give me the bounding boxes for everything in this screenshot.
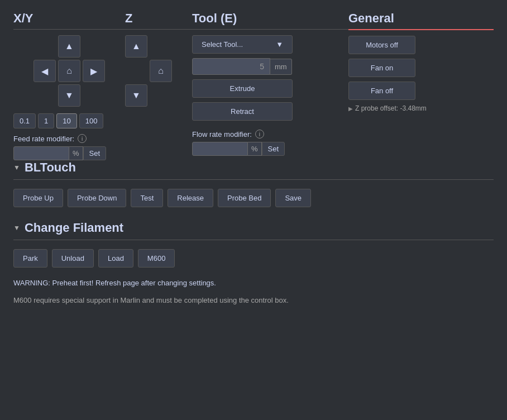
m600-button[interactable]: M600 <box>138 249 175 268</box>
mm-unit: mm <box>270 59 292 75</box>
probe-up-button[interactable]: Probe Up <box>13 189 63 207</box>
step-10[interactable]: 10 <box>56 113 76 128</box>
xy-section-title: X/Y <box>13 11 125 30</box>
fan-on-button[interactable]: Fan on <box>348 59 415 77</box>
flow-rate-input-group: % Set <box>192 142 348 156</box>
probe-bed-button[interactable]: Probe Bed <box>218 189 271 207</box>
feed-rate-set-button[interactable]: Set <box>83 146 107 160</box>
feed-rate-percent: % <box>69 146 83 160</box>
load-button[interactable]: Load <box>98 249 133 268</box>
flow-rate-input[interactable] <box>192 142 248 156</box>
change-filament-section: ▼ Change Filament Park Unload Load M600 … <box>13 221 494 307</box>
xy-home-button[interactable]: ⌂ <box>58 60 80 82</box>
xy-arrows: ▲ ◀ ⌂ ▶ ▼ <box>13 35 125 107</box>
feed-rate-label: Feed rate modifier: i <box>13 134 125 143</box>
bltouch-title: BLTouch <box>25 160 76 175</box>
tool-section-title: Tool (E) <box>192 11 348 30</box>
filament-buttons: Park Unload Load M600 <box>13 249 494 268</box>
step-1[interactable]: 1 <box>38 113 54 128</box>
flow-rate-info-icon[interactable]: i <box>255 130 264 139</box>
retract-button[interactable]: Retract <box>192 102 293 121</box>
z-down-button[interactable]: ▼ <box>125 84 147 107</box>
fan-off-button[interactable]: Fan off <box>348 82 415 100</box>
bltouch-header[interactable]: ▼ BLTouch <box>13 160 494 180</box>
z-probe-info: ▶ Z probe offset: -3.48mm <box>348 104 494 112</box>
unload-button[interactable]: Unload <box>52 249 94 268</box>
bltouch-buttons: Probe Up Probe Down Test Release Probe B… <box>13 189 494 207</box>
general-section-title: General <box>348 11 494 30</box>
feed-rate-info-icon[interactable]: i <box>78 134 87 143</box>
park-button[interactable]: Park <box>13 249 47 268</box>
select-tool-button[interactable]: Select Tool... ▼ <box>192 35 293 54</box>
z-probe-triangle-icon: ▶ <box>348 106 353 112</box>
extrude-button[interactable]: Extrude <box>192 79 293 98</box>
probe-down-button[interactable]: Probe Down <box>68 189 127 207</box>
change-filament-header[interactable]: ▼ Change Filament <box>13 221 494 240</box>
mm-input[interactable] <box>192 58 270 75</box>
feed-rate-input[interactable] <box>13 146 69 160</box>
xy-up-button[interactable]: ▲ <box>58 35 80 58</box>
flow-rate-label: Flow rate modifier: i <box>192 130 348 139</box>
z-arrows: ▲ ⌂ ▼ <box>125 35 192 107</box>
motors-off-button[interactable]: Motors off <box>348 36 415 54</box>
z-section-title: Z <box>125 11 192 30</box>
flow-rate-percent: % <box>248 142 262 156</box>
mm-input-group: mm <box>192 58 348 75</box>
bltouch-collapse-icon: ▼ <box>13 164 20 171</box>
xy-right-button[interactable]: ▶ <box>83 60 105 82</box>
z-up-button[interactable]: ▲ <box>125 35 147 58</box>
step-01[interactable]: 0.1 <box>13 113 36 128</box>
test-button[interactable]: Test <box>131 189 163 207</box>
xy-down-button[interactable]: ▼ <box>58 84 80 107</box>
flow-rate-set-button[interactable]: Set <box>262 142 285 156</box>
feed-rate-input-group: % Set <box>13 146 125 160</box>
change-filament-title: Change Filament <box>25 221 123 235</box>
filament-collapse-icon: ▼ <box>13 224 20 232</box>
release-button[interactable]: Release <box>168 189 213 207</box>
z-home-button[interactable]: ⌂ <box>150 60 172 82</box>
step-100[interactable]: 100 <box>79 113 104 128</box>
step-buttons: 0.1 1 10 100 <box>13 113 125 128</box>
xy-left-button[interactable]: ◀ <box>34 60 56 82</box>
save-button[interactable]: Save <box>275 189 311 207</box>
warning-text: WARNING: Preheat first! Refresh page aft… <box>13 276 494 289</box>
info-text: M600 requires special support in Marlin … <box>13 294 494 307</box>
dropdown-icon: ▼ <box>276 40 283 49</box>
bltouch-section: ▼ BLTouch Probe Up Probe Down Test Relea… <box>13 160 494 207</box>
